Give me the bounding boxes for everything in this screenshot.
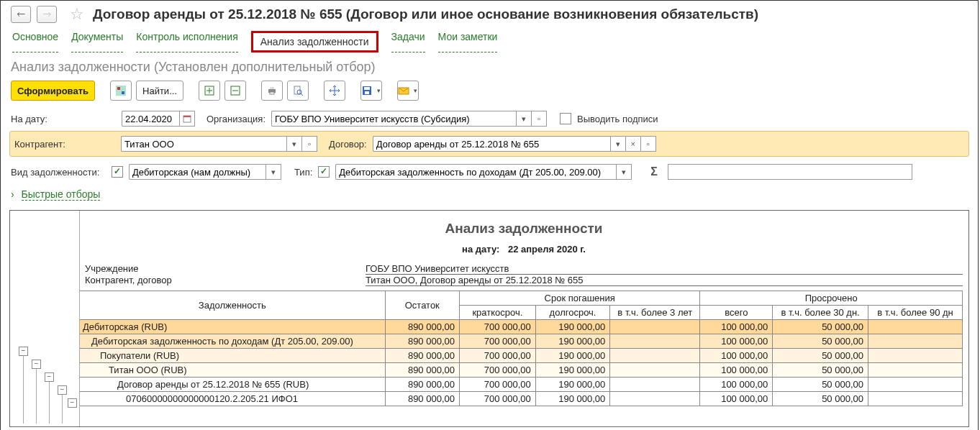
collapse-icon-button[interactable] <box>224 81 246 101</box>
contract-open-button[interactable]: ▫ <box>641 136 656 152</box>
counterparty-input[interactable] <box>121 136 286 152</box>
save-button[interactable]: ▾ <box>360 81 382 101</box>
org-dropdown-button[interactable]: ▾ <box>516 111 532 127</box>
report-date-label: на дату: <box>462 244 499 255</box>
report-date-value: 22 апреля 2020 г. <box>508 244 586 255</box>
table-row[interactable]: Покупатели (RUB)890 000,00700 000,00190 … <box>80 349 963 363</box>
tree-node[interactable]: − <box>32 360 41 369</box>
col-over30: в т.ч. более 30 дн. <box>773 306 868 320</box>
tree-node[interactable]: − <box>45 372 54 382</box>
meta-org-value: ГОБУ ВПО Университет искусств <box>366 263 963 275</box>
svg-rect-7 <box>270 92 274 94</box>
tree-node[interactable]: − <box>68 398 77 408</box>
type-input[interactable] <box>335 164 616 180</box>
tab-notes[interactable]: Мои заметки <box>438 31 498 52</box>
subtitle: Анализ задолженности (Установлен дополни… <box>1 60 978 81</box>
org-label: Организация: <box>207 114 266 124</box>
arrows-cross-icon <box>329 85 340 96</box>
chevron-down-icon: ▾ <box>414 87 417 94</box>
date-picker-button[interactable] <box>179 111 195 127</box>
chevron-down-icon: ▾ <box>377 87 381 94</box>
outline-column: − − − − − <box>10 211 80 426</box>
find-button-label: Найти... <box>142 86 177 96</box>
col-over3: в т.ч. более 3 лет <box>610 306 700 320</box>
printer-icon <box>266 85 278 96</box>
tabs-bar: Основное Документы Контроль исполнения А… <box>1 27 978 60</box>
table-row[interactable]: Дебиторская задолженность по доходам (Дт… <box>80 334 963 349</box>
favorite-star-icon[interactable]: ☆ <box>70 5 84 24</box>
date-label: На дату: <box>11 114 116 124</box>
page-title: Договор аренды от 25.12.2018 № 655 (Дого… <box>93 6 758 22</box>
tree-node[interactable]: − <box>19 347 28 356</box>
col-short: краткосроч. <box>459 306 535 320</box>
sigma-icon: Σ <box>650 165 658 178</box>
date-input[interactable] <box>122 111 179 127</box>
col-total: всего <box>700 306 773 320</box>
forward-button[interactable]: 🡒 <box>37 6 57 23</box>
contract-clear-button[interactable]: × <box>626 136 641 152</box>
svg-rect-12 <box>364 87 370 90</box>
find-button[interactable]: Найти... <box>136 81 183 101</box>
sign-checkbox[interactable] <box>560 113 571 124</box>
svg-rect-2 <box>122 91 124 94</box>
tab-documents[interactable]: Документы <box>71 31 123 52</box>
tree-node[interactable]: − <box>58 385 67 395</box>
run-report-button[interactable]: Сформировать <box>11 81 95 101</box>
debt-kind-input[interactable] <box>129 164 266 180</box>
col-long: долгосроч. <box>535 306 609 320</box>
counterparty-dropdown-button[interactable]: ▾ <box>286 136 302 152</box>
table-row[interactable]: Договор аренды от 25.12.2018 № 655 (RUB)… <box>80 378 963 392</box>
mail-button[interactable]: ▾ <box>397 81 419 101</box>
report-title: Анализ задолженности <box>79 211 968 239</box>
svg-rect-1 <box>117 87 120 90</box>
org-open-button[interactable]: ▫ <box>532 111 547 127</box>
col-repay: Срок погашения <box>459 291 699 306</box>
debt-kind-dropdown-button[interactable]: ▾ <box>266 164 281 180</box>
meta-contr-label: Контрагент, договор <box>85 275 366 286</box>
diskette-icon <box>361 85 373 96</box>
quick-filters-label: Быстрые отборы <box>22 188 101 201</box>
chevron-right-icon: › <box>11 188 14 200</box>
settings-icon-button[interactable] <box>110 81 132 101</box>
contract-dropdown-button[interactable]: ▾ <box>610 136 626 152</box>
table-row[interactable]: 07060000000000000120.2.205.21 ИФО1890 00… <box>80 392 963 406</box>
expand-icon <box>204 85 215 96</box>
sum-input[interactable] <box>668 164 912 180</box>
move-button[interactable] <box>324 81 345 101</box>
svg-rect-13 <box>365 91 369 94</box>
filter-panel-highlight: Контрагент: ▾ ▫ Договор: ▾ × ▫ <box>9 131 969 157</box>
debt-kind-label: Вид задолженности: <box>11 167 106 178</box>
tab-analysis[interactable]: Анализ задолженности <box>251 31 378 52</box>
counterparty-label: Контрагент: <box>14 139 115 150</box>
quick-filters-toggle[interactable]: › Быстрые отборы <box>1 184 978 207</box>
contract-input[interactable] <box>373 136 610 152</box>
expand-icon-button[interactable] <box>199 81 220 101</box>
preview-button[interactable] <box>287 81 309 101</box>
print-button[interactable] <box>261 81 283 101</box>
back-button[interactable]: 🡐 <box>11 6 31 23</box>
svg-line-10 <box>301 93 303 96</box>
type-label: Тип: <box>294 167 312 178</box>
type-checkbox[interactable] <box>318 166 330 178</box>
tab-control[interactable]: Контроль исполнения <box>136 31 237 52</box>
envelope-icon <box>398 85 409 96</box>
col-name: Задолженность <box>80 291 386 320</box>
debt-kind-checkbox[interactable] <box>112 166 123 178</box>
table-row[interactable]: Титан ООО (RUB)890 000,00700 000,00190 0… <box>80 363 963 378</box>
calendar-icon <box>183 114 191 123</box>
svg-rect-16 <box>183 116 191 117</box>
tab-tasks[interactable]: Задачи <box>391 31 425 52</box>
col-over90: в т.ч. более 90 дн <box>868 306 962 320</box>
type-dropdown-button[interactable]: ▾ <box>616 164 632 180</box>
sign-label: Выводить подписи <box>577 114 658 124</box>
meta-contr-value: Титан ООО, Договор аренды от 25.12.2018 … <box>366 275 963 286</box>
tab-main[interactable]: Основное <box>12 31 58 52</box>
toolbar: Сформировать Найти... ▾ <box>1 81 978 108</box>
contract-label: Договор: <box>329 139 367 150</box>
org-input[interactable] <box>271 111 516 127</box>
collapse-icon <box>230 85 241 96</box>
svg-rect-6 <box>270 87 274 89</box>
table-row[interactable]: Дебиторская (RUB)890 000,00700 000,00190… <box>80 320 963 334</box>
counterparty-open-button[interactable]: ▫ <box>302 136 317 152</box>
report-date-row: на дату: 22 апреля 2020 г. <box>79 239 968 263</box>
